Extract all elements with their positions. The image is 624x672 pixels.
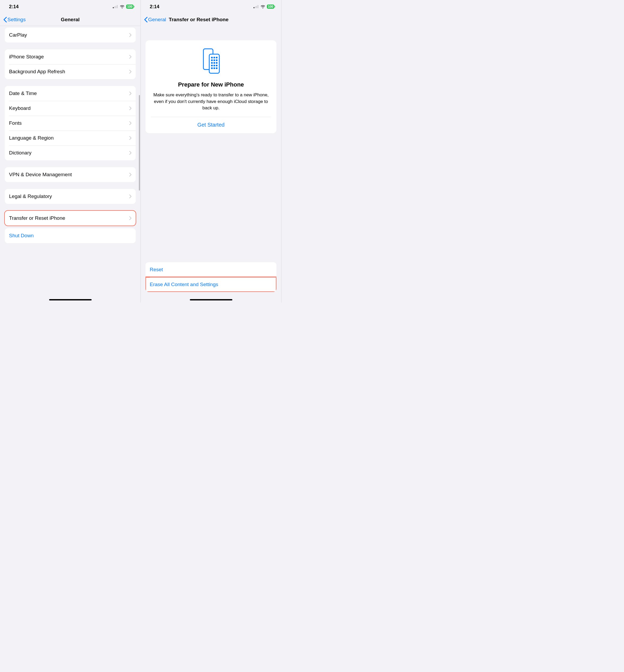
row-erase-all-content-and-settings[interactable]: Erase All Content and Settings: [146, 277, 277, 292]
svg-rect-24: [216, 68, 217, 69]
row-fonts[interactable]: Fonts: [5, 116, 136, 131]
row-label: Transfer or Reset iPhone: [9, 215, 65, 221]
chevron-right-icon: [129, 173, 131, 177]
row-label: Reset: [150, 267, 163, 273]
svg-rect-15: [216, 59, 217, 61]
chevron-right-icon: [129, 55, 131, 59]
row-label: iPhone Storage: [9, 54, 44, 60]
group-shutdown: Shut Down: [5, 228, 136, 243]
row-date-time[interactable]: Date & Time: [5, 86, 136, 101]
status-time: 2:14: [150, 4, 159, 9]
svg-rect-16: [211, 62, 213, 64]
row-carplay[interactable]: CarPlay: [5, 28, 136, 43]
svg-rect-3: [117, 5, 118, 8]
svg-rect-12: [216, 57, 217, 58]
nav-header: Settings General: [0, 13, 140, 26]
group-transfer-reset: Transfer or Reset iPhone: [5, 211, 136, 225]
chevron-right-icon: [129, 136, 131, 140]
general-settings-screen: 2:14 100 Settings General CarPlay: [0, 0, 141, 302]
chevron-right-icon: [129, 106, 131, 110]
group-legal: Legal & Regulatory: [5, 189, 136, 204]
content-area: CarPlay iPhone Storage Background App Re…: [0, 26, 140, 302]
svg-rect-2: [115, 6, 116, 8]
prepare-new-iphone-card: Prepare for New iPhone Make sure everyth…: [146, 41, 277, 133]
chevron-left-icon: [3, 17, 7, 23]
chevron-right-icon: [129, 216, 131, 220]
svg-rect-13: [211, 59, 213, 61]
chevron-right-icon: [129, 194, 131, 198]
svg-rect-10: [211, 57, 213, 58]
chevron-right-icon: [129, 151, 131, 155]
group-vpn: VPN & Device Management: [5, 167, 136, 182]
group-reset-actions: Reset Erase All Content and Settings: [146, 262, 277, 292]
wifi-icon: [260, 5, 265, 8]
row-label: Shut Down: [9, 233, 34, 239]
row-dictionary[interactable]: Dictionary: [5, 145, 136, 160]
svg-rect-22: [211, 68, 213, 69]
back-label: Settings: [7, 17, 26, 23]
svg-rect-5: [255, 6, 256, 8]
svg-rect-6: [256, 6, 257, 8]
page-title: General: [61, 17, 80, 23]
row-label: Fonts: [9, 120, 22, 126]
row-label: Date & Time: [9, 90, 37, 96]
row-label: Background App Refresh: [9, 69, 65, 75]
svg-rect-7: [258, 5, 258, 8]
row-label: Language & Region: [9, 135, 54, 141]
row-label: VPN & Device Management: [9, 172, 72, 178]
group-storage: iPhone Storage Background App Refresh: [5, 49, 136, 79]
chevron-right-icon: [129, 70, 131, 74]
back-button[interactable]: Settings: [3, 17, 26, 23]
row-label: Erase All Content and Settings: [150, 281, 218, 288]
battery-indicator: 100: [267, 4, 274, 9]
home-indicator[interactable]: [190, 299, 232, 300]
svg-rect-23: [213, 68, 215, 69]
row-transfer-or-reset-iphone[interactable]: Transfer or Reset iPhone: [5, 211, 136, 225]
row-language-region[interactable]: Language & Region: [5, 131, 136, 145]
transfer-reset-screen: 2:14 100 General Transfer or Reset iPhon…: [141, 0, 282, 302]
chevron-right-icon: [129, 33, 131, 37]
svg-rect-14: [213, 59, 215, 61]
row-keyboard[interactable]: Keyboard: [5, 101, 136, 116]
row-label: Keyboard: [9, 105, 30, 111]
transfer-reset-content: Prepare for New iPhone Make sure everyth…: [141, 26, 281, 302]
row-background-app-refresh[interactable]: Background App Refresh: [5, 64, 136, 79]
row-legal-regulatory[interactable]: Legal & Regulatory: [5, 189, 136, 204]
status-time: 2:14: [9, 4, 19, 9]
svg-rect-0: [113, 7, 114, 8]
back-button[interactable]: General: [144, 17, 166, 23]
svg-rect-18: [216, 62, 217, 64]
row-label: Legal & Regulatory: [9, 193, 52, 199]
svg-rect-20: [213, 65, 215, 66]
svg-rect-19: [211, 65, 213, 66]
battery-indicator: 100: [126, 4, 134, 9]
cellular-signal-icon: [113, 5, 118, 8]
row-reset[interactable]: Reset: [146, 262, 277, 277]
svg-rect-1: [114, 6, 115, 8]
page-title: Transfer or Reset iPhone: [169, 17, 229, 23]
svg-rect-21: [216, 65, 217, 66]
row-vpn-device-management[interactable]: VPN & Device Management: [5, 167, 136, 182]
home-indicator[interactable]: [49, 299, 92, 300]
svg-rect-11: [213, 57, 215, 58]
card-body: Make sure everything's ready to transfer…: [151, 92, 271, 111]
iphone-transfer-icon: [202, 48, 220, 75]
chevron-right-icon: [129, 91, 131, 95]
status-icons: 100: [113, 4, 134, 9]
status-bar: 2:14 100: [141, 0, 281, 13]
settings-list[interactable]: CarPlay iPhone Storage Background App Re…: [0, 26, 140, 302]
back-label: General: [148, 17, 166, 23]
nav-header: General Transfer or Reset iPhone: [141, 13, 281, 26]
row-label: Dictionary: [9, 150, 31, 156]
content-area: Prepare for New iPhone Make sure everyth…: [141, 26, 281, 302]
card-heading: Prepare for New iPhone: [151, 81, 271, 88]
chevron-left-icon: [144, 17, 148, 23]
row-label: CarPlay: [9, 32, 27, 38]
group-carplay: CarPlay: [5, 28, 136, 43]
scrollbar[interactable]: [139, 95, 140, 191]
row-shut-down[interactable]: Shut Down: [5, 228, 136, 243]
svg-rect-17: [213, 62, 215, 64]
row-iphone-storage[interactable]: iPhone Storage: [5, 49, 136, 64]
get-started-button[interactable]: Get Started: [151, 117, 271, 133]
cellular-signal-icon: [254, 5, 259, 8]
